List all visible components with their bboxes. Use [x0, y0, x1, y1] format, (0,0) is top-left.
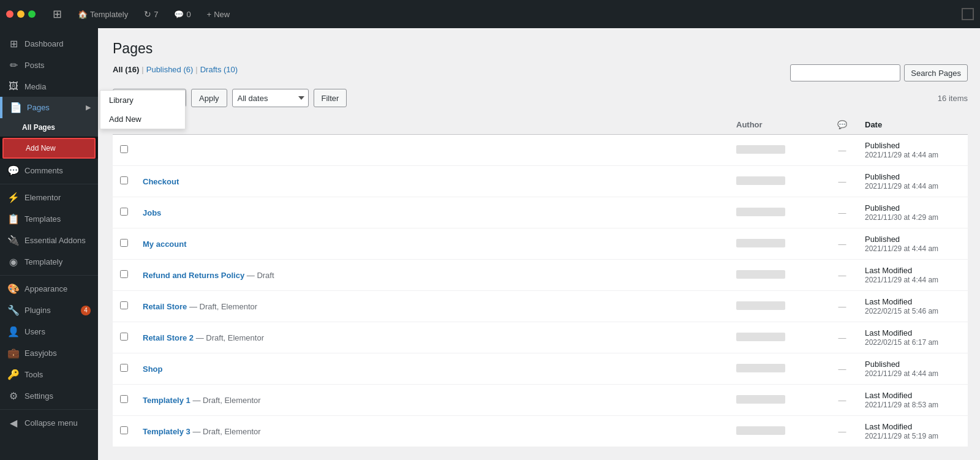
pages-dropdown-menu: Library Add New	[100, 90, 186, 129]
col-comments[interactable]: 💬	[827, 115, 858, 135]
table-row: Shop — Published 2021/11/29 at 4:44 am	[113, 353, 968, 385]
filter-tab-published[interactable]: Published (6)	[146, 65, 194, 74]
row-author-cell	[729, 353, 827, 385]
col-author[interactable]: Author	[729, 115, 827, 135]
page-title-link[interactable]: Refund and Returns Policy	[143, 271, 244, 280]
sidebar-item-templates[interactable]: 📋 Templates	[0, 208, 98, 230]
new-label: New	[214, 10, 230, 19]
row-author-cell	[729, 166, 827, 197]
table-row: Checkout — Published 2021/11/29 at 4:44 …	[113, 166, 968, 197]
date-value: 2021/11/29 at 4:44 am	[865, 276, 938, 284]
row-checkbox[interactable]	[120, 145, 128, 153]
page-title-link[interactable]: My account	[143, 239, 187, 249]
row-checkbox[interactable]	[120, 176, 128, 184]
author-value	[736, 208, 785, 216]
sidebar-item-all-pages[interactable]: All Pages	[0, 118, 98, 137]
sidebar-item-settings[interactable]: ⚙ Settings	[0, 385, 98, 407]
page-status: — Draft, Elementor	[192, 427, 260, 436]
page-title-link[interactable]: Retail Store 2	[143, 333, 194, 342]
row-checkbox[interactable]	[120, 364, 128, 372]
sidebar-item-comments[interactable]: 💬 Comments	[0, 160, 98, 181]
site-home-button[interactable]: 🏠 Templately	[73, 10, 133, 19]
row-checkbox[interactable]	[120, 208, 128, 216]
row-checkbox[interactable]	[120, 270, 128, 278]
page-title-link[interactable]: Templately 3	[143, 427, 190, 436]
row-date-cell: Last Modified 2022/02/15 at 6:17 am	[858, 322, 968, 353]
sidebar-item-plugins[interactable]: 🔧 Plugins 4	[0, 300, 98, 321]
author-value	[736, 145, 785, 154]
row-title-cell: Checkout	[135, 166, 729, 197]
media-icon: 🖼	[7, 81, 20, 92]
filter-button[interactable]: Filter	[314, 89, 347, 107]
sidebar-item-users[interactable]: 👤 Users	[0, 321, 98, 342]
traffic-light-red[interactable]	[6, 10, 13, 18]
updates-button[interactable]: ↻ 7	[139, 9, 163, 19]
row-date-cell: Last Modified 2021/11/29 at 8:53 am	[858, 385, 968, 416]
row-checkbox[interactable]	[120, 301, 128, 309]
appearance-icon: 🎨	[7, 283, 20, 295]
traffic-light-green[interactable]	[28, 10, 36, 18]
comments-button[interactable]: 💬 0	[169, 10, 195, 19]
sidebar-item-label: Plugins	[24, 306, 51, 315]
sidebar-item-label: Media	[24, 82, 46, 91]
sidebar-item-essential-addons[interactable]: 🔌 Essential Addons	[0, 230, 98, 251]
page-title-link[interactable]: Checkout	[143, 177, 179, 186]
traffic-light-yellow[interactable]	[17, 10, 24, 18]
page-title-link[interactable]: Shop	[143, 364, 163, 374]
table-row: My account — Published 2021/11/29 at 4:4…	[113, 228, 968, 260]
sidebar-item-label: Comments	[24, 166, 63, 175]
author-value	[736, 364, 785, 372]
search-input[interactable]	[790, 64, 900, 81]
dates-select[interactable]: All dates November 2021 February 2022	[232, 89, 309, 107]
page-title-link[interactable]: Retail Store	[143, 302, 187, 311]
items-count: 16 items	[938, 94, 968, 103]
row-date-cell: Last Modified 2021/11/29 at 4:44 am	[858, 260, 968, 291]
comments-sidebar-icon: 💬	[7, 165, 20, 176]
dropdown-item-library[interactable]: Library	[100, 91, 185, 110]
dropdown-item-add-new[interactable]: Add New	[100, 110, 185, 129]
author-value	[736, 239, 785, 247]
page-title-link[interactable]: Templately 1	[143, 396, 190, 405]
sidebar-item-elementor[interactable]: ⚡ Elementor	[0, 187, 98, 208]
author-value	[736, 301, 785, 310]
row-title-cell: Retail Store 2 — Draft, Elementor	[135, 322, 729, 353]
sidebar-item-dashboard[interactable]: ⊞ Dashboard	[0, 33, 98, 55]
sidebar-item-collapse[interactable]: ◀ Collapse menu	[0, 412, 98, 434]
items-count-label: 16 items	[938, 94, 968, 103]
search-pages-area: Search Pages	[790, 64, 968, 81]
table-row: Templately 1 — Draft, Elementor — Last M…	[113, 385, 968, 416]
comments-count: 0	[186, 10, 190, 19]
wp-logo-button[interactable]: ⊞	[48, 7, 67, 21]
sidebar-item-media[interactable]: 🖼 Media	[0, 76, 98, 97]
row-checkbox[interactable]	[120, 239, 128, 247]
date-status: Published	[865, 360, 900, 369]
col-date[interactable]: Date	[858, 115, 968, 135]
search-pages-button[interactable]: Search Pages	[904, 64, 968, 81]
row-checkbox-cell	[113, 228, 135, 260]
date-status: Published	[865, 141, 900, 150]
sidebar-item-label: Templates	[24, 214, 61, 224]
sidebar-item-tools[interactable]: 🔑 Tools	[0, 364, 98, 385]
screen-options-icon[interactable]	[962, 8, 974, 20]
row-checkbox[interactable]	[120, 395, 128, 403]
sidebar-item-label: Pages	[27, 103, 50, 112]
row-comments-cell: —	[827, 353, 858, 385]
sidebar-item-appearance[interactable]: 🎨 Appearance	[0, 278, 98, 300]
col-title[interactable]: Title	[135, 115, 729, 135]
filter-tab-drafts[interactable]: Drafts (10)	[200, 65, 238, 74]
sidebar-item-posts[interactable]: ✏ Posts	[0, 55, 98, 76]
sidebar-item-easyjobs[interactable]: 💼 Easyjobs	[0, 342, 98, 364]
page-title-link[interactable]: Jobs	[143, 208, 161, 217]
sidebar-item-add-new[interactable]: Add New	[2, 138, 96, 159]
apply-button[interactable]: Apply	[191, 89, 227, 107]
row-title-cell	[135, 135, 729, 166]
author-value	[736, 395, 785, 404]
new-button[interactable]: + New	[202, 10, 235, 19]
filter-tab-all[interactable]: All (16)	[113, 65, 139, 74]
sidebar-item-label: Essential Addons	[24, 236, 86, 245]
row-date-cell: Published 2021/11/29 at 4:44 am	[858, 228, 968, 260]
row-checkbox[interactable]	[120, 426, 128, 434]
sidebar-item-templately[interactable]: ◉ Templately	[0, 251, 98, 273]
row-checkbox[interactable]	[120, 333, 128, 341]
sidebar-item-pages[interactable]: 📄 Pages ▶	[0, 97, 98, 118]
